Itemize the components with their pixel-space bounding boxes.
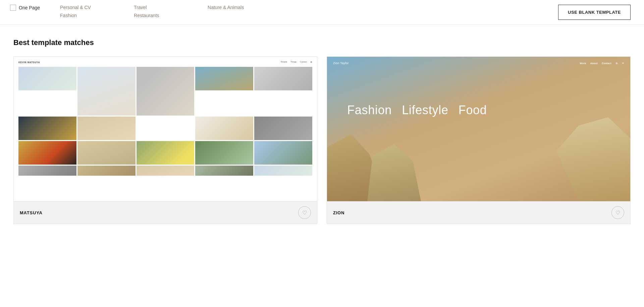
onepage-filter[interactable]: One Page xyxy=(10,5,40,11)
zion-favorite-button[interactable]: ♡ xyxy=(611,206,624,219)
zion-nav-about: About xyxy=(590,62,598,64)
matsuya-nav-things: Things xyxy=(290,61,297,63)
photo-cell xyxy=(18,166,76,176)
rock-right xyxy=(556,117,630,201)
main-content: Best template matches KEVIN MATSUYA Peop… xyxy=(0,25,644,237)
nav-link-fashion[interactable]: Fashion xyxy=(60,13,134,18)
photo-cell xyxy=(77,117,136,140)
matsuya-nav-people: People xyxy=(281,61,287,63)
photo-cell xyxy=(254,141,312,165)
nav-col-1: Personal & CV Fashion xyxy=(60,5,134,18)
matsuya-photo-grid-row3 xyxy=(18,141,312,165)
use-blank-template-button[interactable]: USE BLANK TEMPLATE xyxy=(558,5,631,20)
photo-cell xyxy=(254,166,312,176)
zion-hero-text: Fashion Lifestyle Food xyxy=(327,70,630,117)
zion-rocks xyxy=(327,134,630,201)
templates-grid: KEVIN MATSUYA People Things Contact ⊕ xyxy=(13,56,631,224)
photo-cell xyxy=(195,117,253,140)
zion-hero-bg: Zion Taylor Work About Contact ⊕ ✕ Fashi… xyxy=(327,57,630,201)
zion-nav-contact: Contact xyxy=(602,62,611,64)
nav-link-restaurants[interactable]: Restaurants xyxy=(134,13,208,18)
template-card-matsuya[interactable]: KEVIN MATSUYA People Things Contact ⊕ xyxy=(13,56,317,224)
photo-cell xyxy=(77,141,136,165)
photo-cell xyxy=(195,166,253,176)
zion-hero-lifestyle: Lifestyle xyxy=(402,103,448,117)
nav-link-personal-cv[interactable]: Personal & CV xyxy=(60,5,134,10)
matsuya-card-footer: MATSUYA ♡ xyxy=(14,201,317,224)
matsuya-favorite-button[interactable]: ♡ xyxy=(298,206,311,219)
photo-cell xyxy=(137,166,195,176)
onepage-checkbox[interactable] xyxy=(10,5,16,11)
matsuya-preview: KEVIN MATSUYA People Things Contact ⊕ xyxy=(14,57,317,201)
rock-mid xyxy=(367,144,421,201)
matsuya-logo: KEVIN MATSUYA xyxy=(18,61,40,63)
matsuya-nav-contact: Contact xyxy=(300,61,307,63)
photo-cell xyxy=(77,166,136,176)
zion-nav-twitter-icon: ✕ xyxy=(622,62,624,65)
zion-template-name: ZION xyxy=(333,210,344,215)
zion-hero-fashion: Fashion xyxy=(347,103,392,117)
photo-cell xyxy=(18,141,76,165)
nav-col-3: Nature & Animals xyxy=(208,5,281,18)
photo-cell xyxy=(195,67,253,90)
category-links: Personal & CV Fashion Travel Restaurants… xyxy=(60,5,558,18)
zion-nav: Work About Contact ⊕ ✕ xyxy=(580,62,624,65)
template-card-zion[interactable]: Zion Taylor Work About Contact ⊕ ✕ Fashi… xyxy=(327,56,631,224)
photo-cell xyxy=(254,67,312,90)
photo-cell xyxy=(18,117,76,140)
nav-bar: One Page Personal & CV Fashion Travel Re… xyxy=(0,0,644,25)
section-title: Best template matches xyxy=(13,38,631,47)
photo-cell xyxy=(137,67,195,116)
nav-actions: USE BLANK TEMPLATE xyxy=(558,5,631,20)
nav-link-travel[interactable]: Travel xyxy=(134,5,208,10)
zion-nav-instagram-icon: ⊕ xyxy=(615,62,618,65)
zion-header: Zion Taylor Work About Contact ⊕ ✕ xyxy=(327,57,630,70)
photo-cell xyxy=(195,141,253,165)
matsuya-header: KEVIN MATSUYA People Things Contact ⊕ xyxy=(18,61,312,63)
matsuya-template-name: MATSUYA xyxy=(20,210,43,215)
nav-col-2: Travel Restaurants xyxy=(134,5,208,18)
zion-logo: Zion Taylor xyxy=(333,61,349,65)
photo-cell xyxy=(77,67,136,116)
matsuya-photo-grid-row2 xyxy=(18,117,312,140)
matsuya-photo-grid-row1 xyxy=(18,67,312,116)
nav-link-nature[interactable]: Nature & Animals xyxy=(208,5,281,10)
matsuya-nav: People Things Contact ⊕ xyxy=(281,61,312,63)
zion-card-footer: ZION ♡ xyxy=(327,201,630,224)
zion-hero-food: Food xyxy=(459,103,487,117)
photo-cell xyxy=(18,67,76,90)
photo-cell xyxy=(254,117,312,140)
zion-nav-work: Work xyxy=(580,62,586,64)
photo-cell xyxy=(137,141,195,165)
zion-preview: Zion Taylor Work About Contact ⊕ ✕ Fashi… xyxy=(327,57,630,201)
matsuya-nav-icon: ⊕ xyxy=(310,61,312,63)
matsuya-photo-grid-row4 xyxy=(18,166,312,176)
onepage-label: One Page xyxy=(19,5,40,10)
